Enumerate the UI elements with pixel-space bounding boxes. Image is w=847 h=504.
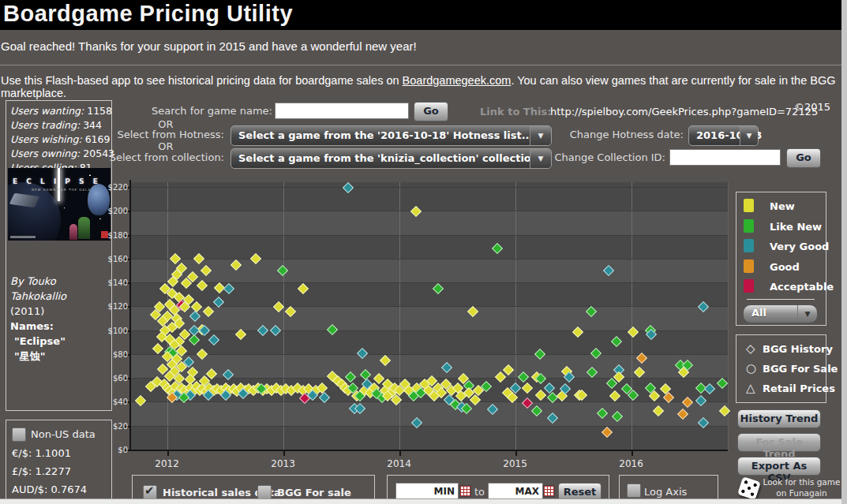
hotness-select-dropdown[interactable]: Select a game from the '2016-10-18' Hotn… (230, 125, 552, 146)
plot-area (131, 182, 729, 450)
legend-divider (747, 299, 815, 300)
non-us-data-checkbox[interactable] (12, 427, 26, 442)
hotness-date-dropdown[interactable]: 2016-10-18 ▼ (688, 125, 759, 146)
app-window: Boardgame Pricing Utility Goal reached! … (0, 0, 847, 504)
app-description: Use this Flash-based app to see historic… (1, 74, 847, 99)
hotness-select-label: Select from Hotness: (79, 129, 224, 140)
designer-credit: By Touko Tahkokallio (10, 274, 111, 304)
x-tick (399, 450, 401, 456)
export-csv-button[interactable]: Export As CSV (737, 457, 821, 476)
bgg-for-sale-checkbox[interactable] (257, 485, 272, 499)
x-axis-label: 2013 (266, 458, 301, 469)
game-name-input[interactable] (275, 103, 409, 119)
chart-band (131, 330, 728, 354)
chart-band (131, 306, 728, 330)
divider-rule (0, 65, 847, 65)
log-axis-checkbox[interactable] (627, 483, 641, 498)
page-bottom-edge (0, 498, 847, 504)
chevron-down-icon[interactable]: ▼ (740, 126, 758, 145)
calendar-icon[interactable] (543, 485, 555, 497)
game-stats-panel: Users wanting: 1158Users trading: 344Use… (6, 100, 112, 411)
history-trend-button[interactable]: History Trend (737, 409, 821, 428)
currency-list: €/$: 1.1001£/$: 1.2277AUD/$: 0.7674CAD/$… (6, 441, 87, 504)
horizontal-gridline (131, 426, 728, 427)
legend-label: Like New (770, 221, 822, 233)
chevron-down-icon[interactable]: ▼ (530, 126, 551, 145)
stat-label: Users wishing: (10, 133, 85, 145)
horizontal-gridline (131, 211, 728, 211)
collection-id-label: Change Collection ID: (534, 151, 665, 163)
collection-select-dropdown[interactable]: Select a game from the 'knizia_collectio… (230, 148, 552, 169)
y-axis-label: $160 (99, 255, 128, 263)
stat-label: Users owning: (10, 147, 83, 159)
series-legend-label: BGG For Sale (763, 363, 838, 375)
chart-band (131, 211, 728, 234)
date-min-input[interactable] (395, 483, 459, 499)
collection-go-button[interactable]: Go (786, 148, 821, 168)
y-axis-label: $40 (99, 398, 128, 406)
series-legend-panel: ◇BGG History○BGG For Sale△Retail Prices (736, 334, 826, 403)
legend-swatch (744, 219, 754, 233)
x-tick (283, 450, 285, 456)
bgg-link[interactable]: Boardgamegeek.com (403, 74, 512, 87)
game-credit-block: By Touko Tahkokallio (2011) Names: "Ecli… (10, 274, 111, 364)
bgg-for-sale-shape-icon: ○ (746, 361, 756, 375)
horizontal-gridline (131, 401, 728, 402)
vertical-gridline (515, 182, 516, 450)
currency-rate: €/$: 1.1001 (12, 447, 87, 459)
legend-label: Good (770, 261, 800, 273)
dice-icon[interactable] (737, 476, 761, 500)
y-axis-label: $0 (99, 446, 128, 454)
checkmark-icon: ✔ (144, 483, 155, 498)
stat-label: Users wanting: (10, 105, 87, 117)
box-art-tagline: NEW DAWN FOR THE GALAXY (32, 188, 96, 192)
figure-art-red (69, 224, 77, 240)
y-axis-label: $120 (99, 302, 128, 311)
price-scatter-chart: 20122013201420152016$0$20$40$60$80$100$1… (99, 177, 736, 471)
condition-filter-dropdown[interactable]: All ▼ (743, 304, 818, 323)
stat-label: Users trading: (10, 119, 83, 131)
currency-rate: £/$: 1.2277 (12, 465, 87, 477)
figure-art-green (78, 217, 90, 239)
y-axis-label: $20 (99, 422, 128, 431)
horizontal-gridline (131, 235, 728, 236)
or-separator-2: OR (126, 140, 205, 152)
x-axis-label: 2016 (614, 458, 649, 469)
x-axis-label: 2012 (150, 458, 185, 469)
date-max-input[interactable] (488, 483, 543, 499)
historical-sales-checkbox[interactable]: ✔ (143, 485, 157, 499)
for-sale-trend-button[interactable]: For Sale Trend (737, 433, 821, 452)
calendar-icon[interactable] (459, 485, 471, 497)
box-art-title: E C L I P S E (13, 177, 101, 185)
page-title: Boardgame Pricing Utility (0, 0, 847, 27)
copyright: ©2015 (794, 101, 830, 113)
range-to-label: to (474, 486, 485, 498)
currency-panel: Non-US data €/$: 1.1001£/$: 1.2277AUD/$:… (6, 420, 112, 504)
x-tick (167, 450, 169, 456)
chart-band (131, 426, 728, 450)
collection-select-label: Select from collection: (79, 151, 224, 163)
currency-rate: AUD/$: 0.7674 (12, 483, 87, 495)
condition-legend-panel: NewLike NewVery GoodGoodAcceptable All ▼ (736, 192, 826, 326)
game-box-art: E C L I P S E NEW DAWN FOR THE GALAXY (8, 168, 111, 241)
permalink-url: http://spielboy.com/GeekPrices.php?gameI… (550, 106, 818, 118)
search-name-label: Search for game name: (126, 105, 272, 117)
legend-swatch (744, 259, 754, 273)
y-axis-label: $140 (99, 278, 128, 287)
non-us-data-label: Non-US data (31, 428, 96, 440)
chart-band (131, 235, 728, 259)
y-axis-label: $60 (99, 374, 128, 383)
vertical-gridline (399, 182, 400, 450)
collection-id-input[interactable] (669, 149, 781, 166)
scrollbar-track[interactable] (841, 0, 847, 504)
funagain-link[interactable]: Look for this game on Funagain (760, 476, 843, 498)
header-bar: Boardgame Pricing Utility (0, 0, 847, 30)
y-axis-label: $180 (99, 231, 128, 240)
legend-swatch (744, 199, 754, 212)
horizontal-gridline (131, 187, 728, 188)
search-go-button[interactable]: Go (414, 102, 448, 121)
bgg-for-sale-label: BGG For sale (277, 487, 351, 498)
chevron-down-icon[interactable]: ▼ (797, 305, 817, 323)
legend-swatch (744, 279, 754, 293)
stat-value: 1158 (87, 105, 112, 117)
